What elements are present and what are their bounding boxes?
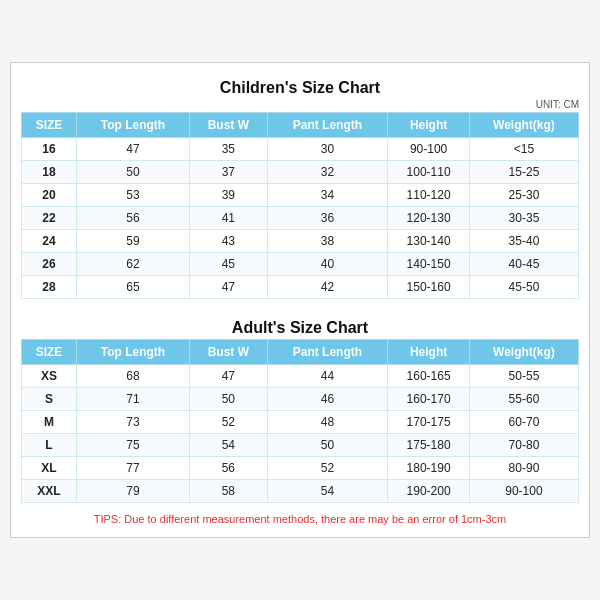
adult-col-header-pant-length: Pant Length	[267, 340, 388, 365]
col-header-height: Height	[388, 113, 470, 138]
adult-section: Adult's Size Chart SIZE Top Length Bust …	[21, 313, 579, 503]
col-header-top-length: Top Length	[76, 113, 189, 138]
col-header-pant-length: Pant Length	[267, 113, 388, 138]
col-header-bust-w: Bust W	[190, 113, 268, 138]
adult-col-header-top-length: Top Length	[76, 340, 189, 365]
table-row: XXL795854190-20090-100	[22, 480, 579, 503]
adult-col-header-size: SIZE	[22, 340, 77, 365]
adult-table: SIZE Top Length Bust W Pant Length Heigh…	[21, 339, 579, 503]
table-row: L755450175-18070-80	[22, 434, 579, 457]
children-table: SIZE Top Length Bust W Pant Length Heigh…	[21, 112, 579, 299]
adult-col-header-weight: Weight(kg)	[469, 340, 578, 365]
adult-col-header-bust-w: Bust W	[190, 340, 268, 365]
table-row: 18503732100-11015-25	[22, 161, 579, 184]
adult-col-header-height: Height	[388, 340, 470, 365]
table-row: XL775652180-19080-90	[22, 457, 579, 480]
size-chart-container: Children's Size Chart UNIT: CM SIZE Top …	[10, 62, 590, 538]
table-row: 26624540140-15040-45	[22, 253, 579, 276]
adult-header-row: SIZE Top Length Bust W Pant Length Heigh…	[22, 340, 579, 365]
table-row: XS684744160-16550-55	[22, 365, 579, 388]
table-row: 28654742150-16045-50	[22, 276, 579, 299]
table-row: 20533934110-12025-30	[22, 184, 579, 207]
children-title: Children's Size Chart	[21, 73, 579, 99]
table-row: S715046160-17055-60	[22, 388, 579, 411]
table-row: 24594338130-14035-40	[22, 230, 579, 253]
table-row: 1647353090-100<15	[22, 138, 579, 161]
tips-text: TIPS: Due to different measurement metho…	[21, 509, 579, 527]
children-section: Children's Size Chart UNIT: CM SIZE Top …	[21, 73, 579, 299]
adult-title: Adult's Size Chart	[21, 313, 579, 339]
col-header-size: SIZE	[22, 113, 77, 138]
col-header-weight: Weight(kg)	[469, 113, 578, 138]
table-row: 22564136120-13030-35	[22, 207, 579, 230]
table-row: M735248170-17560-70	[22, 411, 579, 434]
unit-label: UNIT: CM	[21, 99, 579, 110]
children-header-row: SIZE Top Length Bust W Pant Length Heigh…	[22, 113, 579, 138]
